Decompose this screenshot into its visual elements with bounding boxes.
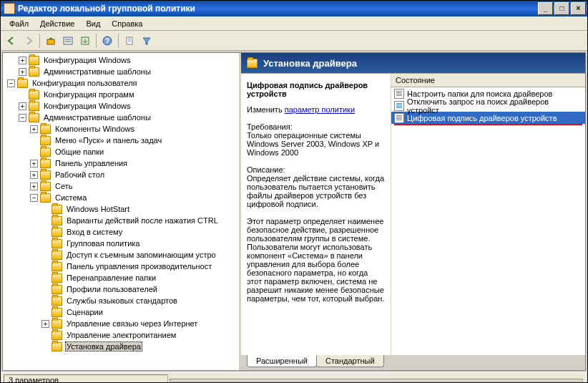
expand-icon[interactable]: + xyxy=(30,171,38,179)
filter-button[interactable] xyxy=(139,33,155,49)
settings-list[interactable]: Состояние Настроить папки для поиска дра… xyxy=(391,74,585,354)
app-icon xyxy=(4,3,15,14)
folder-icon xyxy=(52,319,62,329)
tree-node[interactable]: Доступ к съемным запоминающим устро xyxy=(65,251,217,259)
folder-icon xyxy=(29,113,39,122)
folder-icon xyxy=(40,125,51,134)
status-bar: 3 параметров xyxy=(1,372,587,383)
tree-node[interactable]: Система xyxy=(54,193,88,202)
folder-icon xyxy=(52,228,62,237)
tree-node[interactable]: Панель управления xyxy=(54,159,129,168)
detail-pane: Установка драйвера Цифровая подпись драй… xyxy=(241,53,585,370)
tree-node[interactable]: Вход в систему xyxy=(65,228,124,236)
list-button[interactable] xyxy=(60,33,76,49)
window-title: Редактор локальной групповой политики xyxy=(18,4,195,14)
expand-icon[interactable]: + xyxy=(19,57,26,64)
folder-icon xyxy=(40,182,51,191)
help-button[interactable]: ? xyxy=(99,33,115,49)
folder-icon xyxy=(40,193,51,203)
requirements-text: Только операционные системы Windows Serv… xyxy=(247,131,385,157)
tree-node[interactable]: Конфигурация Windows xyxy=(42,56,132,64)
tree-node[interactable]: Перенаправление папки xyxy=(65,273,157,282)
folder-icon xyxy=(52,342,62,352)
folder-icon xyxy=(40,147,51,157)
tree-node[interactable]: Профили пользователей xyxy=(65,285,159,294)
parameter-link[interactable]: параметр политики xyxy=(285,105,355,114)
change-label: Изменить xyxy=(247,105,283,114)
expand-icon[interactable]: + xyxy=(30,160,38,168)
tree-node[interactable]: Управление связью через Интернет xyxy=(65,319,199,328)
folder-icon xyxy=(52,331,62,340)
tree-node[interactable]: Windows HotStart xyxy=(65,205,131,213)
collapse-icon[interactable]: − xyxy=(19,114,26,122)
policy-title: Цифровая подпись драйверов устройств xyxy=(247,81,385,98)
tree-node[interactable]: Конфигурация пользователя xyxy=(31,79,139,87)
back-button[interactable] xyxy=(4,33,19,49)
folder-icon xyxy=(52,239,62,248)
tree-node[interactable]: Сеть xyxy=(54,182,74,190)
detail-header-title: Установка драйвера xyxy=(263,58,357,69)
maximize-button[interactable]: □ xyxy=(554,2,569,15)
folder-icon xyxy=(29,102,39,111)
tree-pane[interactable]: +Конфигурация Windows +Административные … xyxy=(3,53,241,370)
description-label: Описание: xyxy=(247,165,385,174)
description-text-2: Этот параметр определяет наименее безопа… xyxy=(247,217,385,303)
list-item-label: Отключить запрос на поиск драйверов устр… xyxy=(407,97,582,115)
tree-node[interactable]: Службы языковых стандартов xyxy=(65,296,179,305)
svg-text:?: ? xyxy=(105,37,109,45)
properties-button[interactable] xyxy=(122,33,137,49)
menu-help[interactable]: Справка xyxy=(106,18,148,29)
collapse-icon[interactable]: − xyxy=(7,79,15,87)
folder-icon xyxy=(52,251,62,260)
status-text: 3 параметров xyxy=(4,374,168,384)
tree-node[interactable]: Меню «Пуск» и панель задач xyxy=(54,136,163,145)
menu-file[interactable]: Файл xyxy=(4,18,34,29)
expand-icon[interactable]: + xyxy=(19,68,26,76)
tree-node[interactable]: Общие папки xyxy=(54,147,105,156)
forward-button[interactable] xyxy=(21,33,36,49)
up-button[interactable] xyxy=(43,33,59,49)
tree-node[interactable]: Рабочий стол xyxy=(54,170,106,179)
svg-rect-0 xyxy=(47,39,54,44)
setting-icon xyxy=(394,113,404,123)
folder-icon xyxy=(40,170,51,180)
export-button[interactable] xyxy=(77,33,93,49)
tree-node[interactable]: Сценарии xyxy=(65,308,104,316)
highlight-underline xyxy=(394,124,582,125)
tree-node[interactable]: Панель управления производительност xyxy=(65,262,213,271)
setting-icon xyxy=(394,89,404,99)
minimize-button[interactable]: _ xyxy=(538,2,553,15)
collapse-icon[interactable]: − xyxy=(30,194,38,202)
description-text-1: Определяет действие системы, когда польз… xyxy=(247,174,385,208)
requirements-label: Требования: xyxy=(247,122,385,131)
tree-node[interactable]: Компоненты Windows xyxy=(54,125,136,133)
expand-icon[interactable]: + xyxy=(30,125,38,133)
tab-extended[interactable]: Расширенный xyxy=(247,355,317,367)
folder-icon xyxy=(29,90,39,100)
tree-node[interactable]: Групповая политика xyxy=(65,239,141,248)
expand-icon[interactable]: + xyxy=(19,102,26,110)
tree-node[interactable]: Управление электропитанием xyxy=(65,331,177,339)
status-cell xyxy=(170,379,583,382)
folder-icon xyxy=(52,205,62,214)
list-item-label: Цифровая подпись драйверов устройств xyxy=(407,114,557,122)
folder-icon xyxy=(29,56,39,65)
tree-node[interactable]: Административные шаблоны xyxy=(42,113,152,122)
tree-node[interactable]: Варианты действий после нажатия CTRL xyxy=(65,216,220,225)
expand-icon[interactable]: + xyxy=(41,320,49,328)
list-item-selected[interactable]: Цифровая подпись драйверов устройств xyxy=(391,112,585,124)
close-button[interactable]: × xyxy=(571,2,586,15)
folder-icon xyxy=(40,136,51,145)
menu-action[interactable]: Действие xyxy=(34,18,80,29)
tree-node[interactable]: Административные шаблоны xyxy=(42,67,152,76)
menu-view[interactable]: Вид xyxy=(80,18,106,29)
expand-icon[interactable]: + xyxy=(30,183,38,190)
list-header-state[interactable]: Состояние xyxy=(391,74,585,87)
tab-standard[interactable]: Стандартный xyxy=(316,355,384,367)
tree-node[interactable]: Конфигурация программ xyxy=(42,90,135,99)
folder-icon xyxy=(52,273,62,283)
list-item[interactable]: Отключить запрос на поиск драйверов устр… xyxy=(391,100,585,112)
tree-node[interactable]: Конфигурация Windows xyxy=(42,102,132,110)
title-bar: Редактор локальной групповой политики _ … xyxy=(1,1,587,16)
tree-node-selected[interactable]: Установка драйвера xyxy=(65,341,142,352)
